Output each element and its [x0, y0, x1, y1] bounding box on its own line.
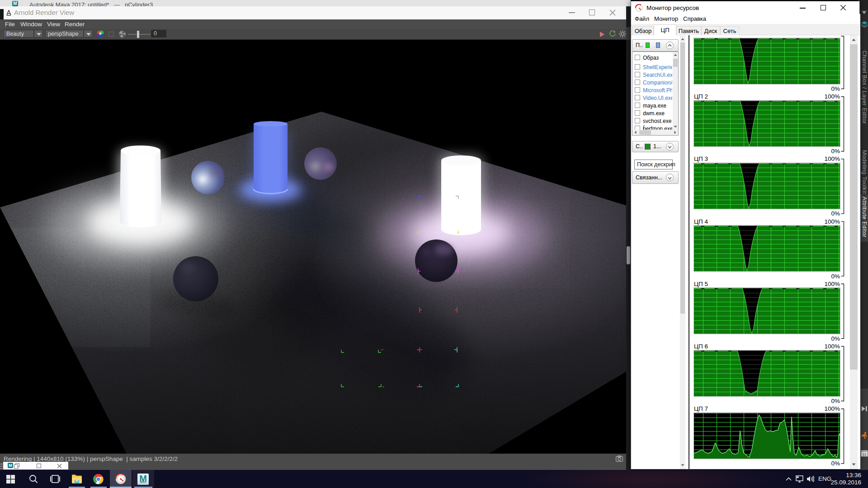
svg-text:100%: 100% — [824, 93, 840, 100]
svg-text:100%: 100% — [824, 405, 840, 412]
svg-text:0%: 0% — [831, 148, 840, 155]
svg-text:ЦП 7: ЦП 7 — [694, 405, 708, 412]
svg-text:0%: 0% — [831, 85, 840, 92]
svg-text:0%: 0% — [831, 398, 840, 404]
svg-text:100%: 100% — [824, 343, 840, 350]
svg-text:0%: 0% — [831, 335, 840, 342]
svg-text:ЦП 2: ЦП 2 — [694, 93, 708, 100]
svg-text:0%: 0% — [831, 273, 840, 280]
svg-text:ЦП 4: ЦП 4 — [694, 218, 708, 225]
svg-text:ЦП 3: ЦП 3 — [694, 155, 708, 162]
svg-text:0%: 0% — [831, 210, 840, 217]
svg-text:0%: 0% — [831, 460, 840, 467]
svg-text:100%: 100% — [824, 218, 840, 225]
svg-text:ЦП 5: ЦП 5 — [694, 281, 708, 287]
svg-text:100%: 100% — [824, 155, 840, 162]
svg-text:ЦП 6: ЦП 6 — [694, 343, 708, 350]
svg-text:100%: 100% — [824, 281, 840, 287]
svg-text:{;}: {;} — [863, 452, 866, 456]
